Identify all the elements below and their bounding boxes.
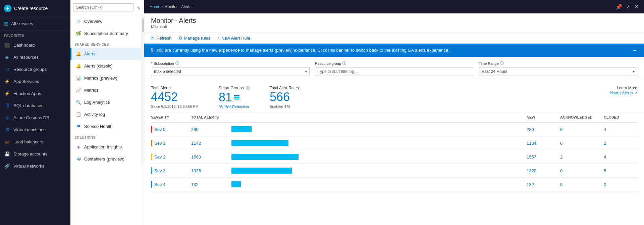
acknowledged-cell: 0 <box>560 182 604 187</box>
mid-item-containers[interactable]: 🐳 Containers (preview) <box>70 153 141 165</box>
mid-item-metrics-preview[interactable]: 📊 Metrics (preview) <box>70 72 141 84</box>
severity-cell: Sev 3 <box>151 167 191 174</box>
closed-count[interactable]: 4 <box>604 127 606 132</box>
collapse-button[interactable]: « <box>136 4 141 11</box>
banner-arrow-icon[interactable]: → <box>632 47 637 53</box>
sev-color-indicator <box>151 153 152 160</box>
new-count[interactable]: 132 <box>527 182 534 187</box>
resource-group-input[interactable] <box>315 67 474 76</box>
search-input[interactable] <box>73 3 134 11</box>
table-row[interactable]: Sev 2 1563 1557 2 4 <box>151 150 637 164</box>
new-count[interactable]: 280 <box>527 127 534 132</box>
manage-rules-button[interactable]: ⚙ Manage rules <box>178 36 211 41</box>
sidebar-item-dashboard[interactable]: ⬛ Dashboard <box>0 39 70 51</box>
acknowledged-count[interactable]: 0 <box>560 168 562 173</box>
severity-label[interactable]: Sev 2 <box>154 154 165 160</box>
total-rules-label: Total Alert Rules <box>270 86 299 90</box>
closed-count[interactable]: 5 <box>604 168 606 173</box>
total-alerts-cell: 290 <box>191 127 231 132</box>
table-row[interactable]: Sev 3 1325 1320 0 5 <box>151 164 637 178</box>
smart-groups-stat: Smart Groups ⓘ 81 98.18% Reduction <box>219 86 250 109</box>
sidebar-item-lb[interactable]: ⚖ Load balancers <box>0 136 70 148</box>
info-banner[interactable]: ℹ You are currently using the new experi… <box>144 44 644 57</box>
acknowledged-cell: 6 <box>560 141 604 146</box>
closed-count[interactable]: 0 <box>604 182 606 187</box>
acknowledged-count[interactable]: 2 <box>560 154 562 160</box>
mid-item-alerts-classic[interactable]: 🔔 Alerts (classic) <box>70 60 141 72</box>
metrics-icon: 📈 <box>75 87 82 93</box>
close-icon[interactable]: ✕ <box>634 4 639 10</box>
closed-count[interactable]: 4 <box>604 154 606 160</box>
mid-scrollbar[interactable] <box>141 15 144 165</box>
sidebar-item-cosmos[interactable]: ◎ Azure Cosmos DB <box>0 111 70 124</box>
total-count[interactable]: 1325 <box>191 168 201 173</box>
fullscreen-icon[interactable]: ⤢ <box>626 4 630 9</box>
sidebar-item-vms[interactable]: 🖥 Virtual machines <box>0 124 70 136</box>
table-row[interactable]: Sev 4 132 132 0 0 <box>151 178 637 191</box>
new-alert-rule-button[interactable]: + New Alert Rule <box>217 36 250 41</box>
closed-cell: 2 <box>604 141 637 146</box>
total-count[interactable]: 1563 <box>191 154 201 160</box>
all-services-item[interactable]: ⊞ All services <box>0 17 70 31</box>
service-health-icon: ❤ <box>75 123 82 129</box>
acknowledged-count[interactable]: 6 <box>560 127 562 132</box>
grid-icon: ⊞ <box>4 20 8 27</box>
severity-label[interactable]: Sev 0 <box>154 127 165 132</box>
metrics-preview-icon: 📊 <box>75 75 82 81</box>
severity-label[interactable]: Sev 3 <box>154 168 165 173</box>
info-banner-text: You are currently using the new experien… <box>156 48 449 53</box>
plus-icon: + <box>4 5 11 12</box>
table-row[interactable]: Sev 0 290 280 6 4 <box>151 123 637 136</box>
mid-item-subscription-summary[interactable]: 🌿 Subscription Summary <box>70 27 141 39</box>
refresh-button[interactable]: ↻ Refresh <box>151 36 172 41</box>
severity-bar <box>231 126 252 132</box>
col-severity: SEVERITY <box>151 115 191 119</box>
mid-item-alerts[interactable]: 🔔 Alerts <box>70 48 141 60</box>
mid-item-activity-log[interactable]: 📋 Activity log <box>70 108 141 120</box>
total-count[interactable]: 1142 <box>191 141 201 146</box>
about-alerts-link[interactable]: About Alerts ↗ <box>609 90 637 95</box>
mid-item-log-analytics[interactable]: 🔍 Log Analytics <box>70 96 141 108</box>
pin-icon[interactable]: 📌 <box>615 4 622 10</box>
table-row[interactable]: Sev 1 1142 1134 6 2 <box>151 136 637 150</box>
sidebar-item-sqldbs[interactable]: 🗄 SQL databases <box>0 99 70 111</box>
sidebar-item-allresources[interactable]: ◈ All resources <box>0 51 70 63</box>
mid-item-service-health[interactable]: ❤ Service Health <box>70 120 141 132</box>
acknowledged-count[interactable]: 6 <box>560 141 562 146</box>
mid-item-app-insights[interactable]: ◈ Application Insights <box>70 141 141 153</box>
new-count[interactable]: 1320 <box>527 168 536 173</box>
total-count[interactable]: 132 <box>191 182 199 187</box>
subscription-select[interactable]: max 5 selected <box>151 67 310 76</box>
appservices-icon: ⚡ <box>4 78 10 84</box>
col-new: NEW <box>527 115 560 119</box>
new-count[interactable]: 1557 <box>527 154 536 160</box>
bar-cell <box>231 168 527 174</box>
sidebar-item-functionapps[interactable]: ⚡ Function Apps <box>0 87 70 99</box>
closed-count[interactable]: 2 <box>604 141 606 146</box>
mid-item-overview[interactable]: ◎ Overview <box>70 15 141 27</box>
total-rules-sub: Enabled 479 <box>270 104 299 108</box>
sidebar-item-appservices[interactable]: ⚡ App Services <box>0 75 70 87</box>
alerts-table: SEVERITY TOTAL ALERTS NEW ACKNOWLEDGED C… <box>144 113 644 225</box>
rg-info-icon: ⓘ <box>342 61 346 66</box>
breadcrumb-home[interactable]: Home <box>150 4 160 9</box>
create-resource-button[interactable]: + Create resource <box>0 0 70 17</box>
severity-label[interactable]: Sev 4 <box>154 182 165 187</box>
acknowledged-count[interactable]: 0 <box>560 182 562 187</box>
new-cell: 132 <box>527 182 560 187</box>
severity-bar <box>231 181 241 187</box>
acknowledged-cell: 2 <box>560 154 604 160</box>
severity-label[interactable]: Sev 1 <box>154 141 165 146</box>
total-rules-value: 566 <box>270 91 299 103</box>
solutions-label: SOLUTIONS <box>70 132 141 141</box>
mid-item-metrics[interactable]: 📈 Metrics <box>70 84 141 96</box>
time-range-select[interactable]: Past 24 Hours <box>479 67 637 76</box>
bar-cell <box>231 181 527 187</box>
sidebar-item-storage[interactable]: 💾 Storage accounts <box>0 148 70 160</box>
sidebar-item-resourcegroups[interactable]: ⬡ Resource groups <box>0 63 70 75</box>
total-count[interactable]: 290 <box>191 127 199 132</box>
new-count[interactable]: 1134 <box>527 141 536 146</box>
severity-bar <box>231 168 292 174</box>
stack-layers-icon <box>234 95 239 100</box>
sidebar-item-vnet[interactable]: 🔗 Virtual networks <box>0 160 70 172</box>
